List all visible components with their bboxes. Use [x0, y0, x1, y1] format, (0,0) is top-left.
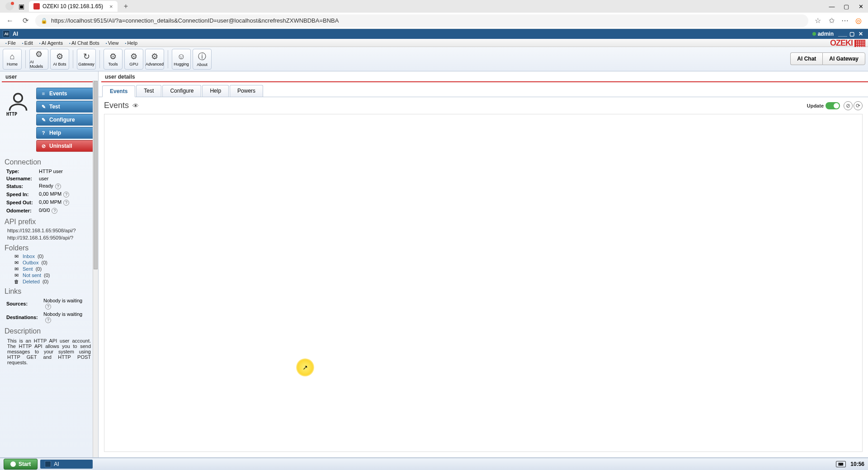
- api-prefix-1: https://192.168.1.65:9508/api/?: [0, 227, 98, 234]
- sidebar-title: user: [2, 72, 98, 82]
- refresh-button[interactable]: ⟳: [20, 15, 31, 26]
- menu-help[interactable]: Help: [122, 40, 140, 46]
- tab-help[interactable]: Help: [202, 85, 229, 97]
- toolbar-tools-button[interactable]: ⚙Tools: [104, 49, 123, 70]
- folder-inbox[interactable]: ✉Inbox (0): [0, 253, 98, 259]
- menu-file[interactable]: File: [3, 40, 19, 46]
- app-titlebar: AI AI admin ___ ▢ ✕: [0, 29, 868, 39]
- events-heading: Events: [104, 101, 129, 110]
- toolbar-ai-bots-button[interactable]: ⚙AI Bots: [50, 49, 69, 70]
- help-icon[interactable]: ?: [55, 183, 61, 189]
- sidebar-help-button[interactable]: ?Help: [36, 127, 94, 139]
- taskbar-item-ai[interactable]: AI: [40, 460, 93, 469]
- help-icon[interactable]: ?: [52, 208, 57, 214]
- app-icon: AI: [3, 30, 10, 38]
- star-icon[interactable]: ☆: [813, 16, 823, 26]
- help-icon[interactable]: ?: [63, 192, 69, 197]
- toolbar-hugging-button[interactable]: ☺Hugging: [172, 49, 191, 70]
- app-close-button[interactable]: ✕: [856, 30, 865, 38]
- app-maximize-button[interactable]: ▢: [847, 30, 856, 38]
- menu-edit[interactable]: Edit: [19, 40, 36, 46]
- links-table: Sources:Nobody is waiting? Destinations:…: [5, 296, 92, 324]
- sidebar-events-button[interactable]: ≡Events: [36, 88, 94, 99]
- main-panel: user details Events Test Configure Help …: [99, 71, 868, 457]
- toolbar-ai-models-button[interactable]: ⚙AI Models: [29, 49, 48, 70]
- eye-icon[interactable]: 👁: [132, 102, 139, 109]
- close-tab-icon[interactable]: ×: [109, 3, 113, 10]
- links-heading: Links: [0, 285, 98, 296]
- folder-sent[interactable]: ✉Sent (0): [0, 266, 98, 272]
- update-label: Update: [807, 103, 824, 108]
- sidebar: user HTTP ≡Events ✎Test ✎Configure ?Help…: [0, 71, 99, 457]
- menu-view[interactable]: View: [103, 40, 122, 46]
- menu-ai-agents[interactable]: AI Agents: [37, 40, 66, 46]
- sidebar-configure-button[interactable]: ✎Configure: [36, 114, 94, 126]
- current-user: admin: [818, 31, 834, 37]
- segment-ai-gateway[interactable]: AI Gateway: [822, 52, 865, 65]
- description-text: This is an HTTP API user account. The HT…: [0, 336, 98, 367]
- more-icon[interactable]: ⋯: [840, 16, 850, 26]
- main-title: user details: [101, 72, 868, 82]
- browser-titlebar: ▣ OZEKI 10 (192.168.1.65) × + — ▢ ✕: [0, 0, 868, 13]
- sent-icon: ✉: [13, 266, 20, 272]
- browser-tab[interactable]: OZEKI 10 (192.168.1.65) ×: [29, 1, 118, 12]
- app-title: AI: [13, 31, 18, 37]
- favicon-icon: [33, 3, 40, 9]
- events-log-area: [104, 114, 863, 452]
- tab-events[interactable]: Events: [102, 85, 135, 97]
- close-window-button[interactable]: ✕: [854, 0, 868, 13]
- menu-ai-chat-bots[interactable]: AI Chat Bots: [66, 40, 102, 46]
- folder-not-sent[interactable]: ✉Not sent (0): [0, 272, 98, 278]
- minimize-button[interactable]: —: [825, 0, 839, 13]
- connection-heading: Connection: [0, 155, 98, 167]
- tab-overview-icon[interactable]: ▣: [17, 2, 25, 10]
- app-menubar: File Edit AI Agents AI Chat Bots View He…: [0, 39, 868, 47]
- toolbar-gpu-button[interactable]: ⚙GPU: [124, 49, 143, 70]
- favorites-icon[interactable]: ✩: [826, 16, 836, 26]
- keyboard-icon[interactable]: ⌨: [836, 461, 846, 467]
- taskbar: Start AI ⌨ 10:56: [0, 457, 868, 470]
- not-sent-icon: ✉: [13, 273, 20, 278]
- folder-deleted[interactable]: 🗑Deleted (0): [0, 278, 98, 285]
- address-bar[interactable]: 🔒 https://localhost:9515/AI/?a=connectio…: [35, 14, 808, 27]
- clock: 10:56: [850, 461, 864, 467]
- app-window: AI AI admin ___ ▢ ✕ File Edit AI Agents …: [0, 29, 868, 470]
- app-toolbar: ⌂Home ⚙AI Models ⚙AI Bots ↻Gateway ⚙Tool…: [0, 47, 868, 71]
- new-tab-button[interactable]: +: [121, 2, 131, 10]
- help-icon[interactable]: ?: [45, 304, 51, 310]
- segment-ai-chat[interactable]: AI Chat: [790, 52, 822, 65]
- toolbar-about-button[interactable]: ⓘAbout: [193, 49, 212, 70]
- help-icon[interactable]: ?: [45, 317, 51, 323]
- connection-table: Type:HTTP user Username:user Status:Read…: [5, 167, 92, 215]
- tab-row: Events Test Configure Help Powers: [99, 85, 868, 97]
- tab-configure[interactable]: Configure: [162, 85, 201, 97]
- refresh-events-button[interactable]: ⟳: [854, 101, 863, 110]
- sidebar-uninstall-button[interactable]: ⊘Uninstall: [36, 140, 94, 152]
- toolbar-advanced-button[interactable]: ⚙Advanced: [145, 49, 164, 70]
- copilot-icon[interactable]: ◎: [854, 16, 863, 26]
- tab-test[interactable]: Test: [136, 85, 161, 97]
- clear-button[interactable]: ⊘: [844, 101, 853, 110]
- toolbar-home-button[interactable]: ⌂Home: [3, 49, 22, 70]
- start-button[interactable]: Start: [4, 459, 38, 470]
- back-button[interactable]: ←: [5, 15, 15, 26]
- sidebar-scrollbar[interactable]: [93, 80, 98, 457]
- update-toggle[interactable]: [826, 102, 840, 109]
- folder-outbox[interactable]: ✉Outbox (0): [0, 259, 98, 266]
- maximize-button[interactable]: ▢: [839, 0, 854, 13]
- help-icon[interactable]: ?: [63, 200, 69, 206]
- tab-powers[interactable]: Powers: [230, 85, 263, 97]
- tab-title: OZEKI 10 (192.168.1.65): [42, 3, 103, 9]
- toolbar-gateway-button[interactable]: ↻Gateway: [77, 49, 96, 70]
- status-dot-icon: [812, 32, 816, 36]
- user-avatar-icon: HTTP: [4, 88, 33, 117]
- deleted-icon: 🗑: [13, 279, 20, 284]
- browser-toolbar: ← ⟳ 🔒 https://localhost:9515/AI/?a=conne…: [0, 13, 868, 29]
- app-minimize-button[interactable]: ___: [838, 30, 847, 38]
- sidebar-test-button[interactable]: ✎Test: [36, 101, 94, 113]
- api-prefix-heading: API prefix: [0, 215, 98, 227]
- lock-icon: 🔒: [41, 18, 47, 24]
- profile-avatar-icon[interactable]: [5, 2, 14, 10]
- outbox-icon: ✉: [13, 260, 20, 265]
- inbox-icon: ✉: [13, 254, 20, 259]
